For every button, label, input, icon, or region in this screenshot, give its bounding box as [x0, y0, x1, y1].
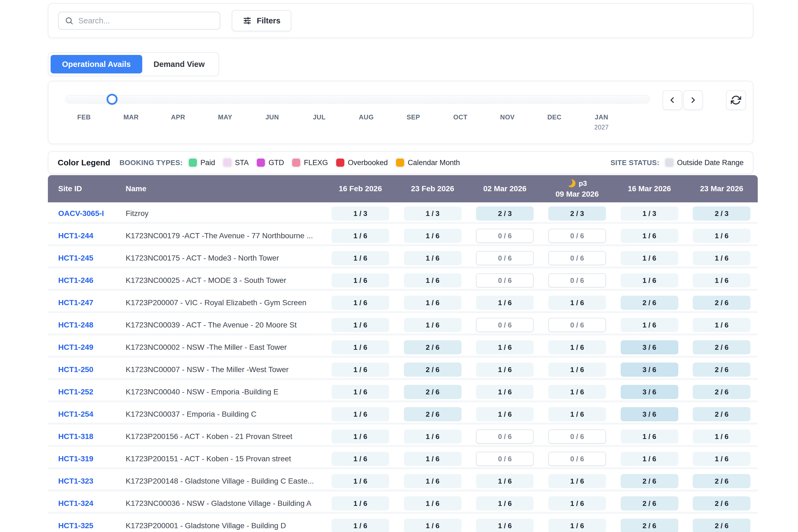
availability-pill[interactable]: 1 / 6 — [548, 474, 606, 488]
availability-pill[interactable]: 1 / 6 — [693, 318, 750, 332]
availability-pill[interactable]: 1 / 6 — [404, 273, 461, 287]
availability-pill[interactable]: 1 / 6 — [404, 452, 461, 466]
timeline-slider-handle[interactable] — [107, 94, 117, 105]
availability-pill[interactable]: 1 / 6 — [331, 363, 389, 377]
availability-pill[interactable]: 2 / 6 — [404, 385, 461, 399]
tab-demand-view[interactable]: Demand View — [142, 55, 216, 73]
availability-pill[interactable]: 0 / 6 — [548, 273, 606, 287]
availability-pill[interactable]: 1 / 6 — [404, 474, 461, 488]
availability-pill[interactable]: 1 / 6 — [404, 318, 461, 332]
availability-pill[interactable]: 1 / 6 — [404, 519, 461, 532]
availability-pill[interactable]: 1 / 6 — [404, 496, 461, 511]
availability-pill[interactable]: 2 / 6 — [693, 407, 750, 421]
availability-pill[interactable]: 1 / 6 — [331, 407, 389, 421]
availability-pill[interactable]: 1 / 6 — [548, 519, 606, 532]
availability-pill[interactable]: 1 / 6 — [331, 229, 389, 243]
availability-pill[interactable]: 1 / 6 — [331, 340, 389, 355]
availability-pill[interactable]: 0 / 6 — [476, 452, 534, 466]
availability-pill[interactable]: 2 / 6 — [404, 407, 461, 421]
availability-pill[interactable]: 2 / 6 — [693, 496, 750, 511]
availability-pill[interactable]: 0 / 6 — [476, 273, 534, 287]
availability-pill[interactable]: 1 / 6 — [693, 229, 750, 243]
availability-pill[interactable]: 1 / 6 — [331, 251, 389, 265]
availability-pill[interactable]: 2 / 6 — [621, 296, 678, 310]
site-id-link[interactable]: HCT1-323 — [58, 477, 93, 485]
availability-pill[interactable]: 2 / 3 — [693, 206, 750, 221]
search-input[interactable] — [78, 16, 214, 25]
availability-pill[interactable]: 1 / 6 — [331, 273, 389, 287]
availability-pill[interactable]: 1 / 6 — [548, 296, 606, 310]
availability-pill[interactable]: 1 / 6 — [476, 296, 534, 310]
timeline-prev-button[interactable] — [663, 90, 682, 110]
site-id-link[interactable]: HCT1-248 — [58, 321, 93, 329]
availability-pill[interactable]: 1 / 6 — [548, 496, 606, 511]
availability-pill[interactable]: 1 / 6 — [693, 452, 750, 466]
availability-pill[interactable]: 0 / 6 — [548, 430, 606, 443]
site-id-link[interactable]: HCT1-324 — [58, 499, 93, 508]
availability-pill[interactable]: 2 / 6 — [621, 519, 678, 532]
availability-pill[interactable]: 1 / 6 — [548, 385, 606, 399]
availability-pill[interactable]: 0 / 6 — [476, 251, 534, 265]
availability-pill[interactable]: 1 / 6 — [331, 318, 389, 332]
availability-pill[interactable]: 1 / 6 — [331, 496, 389, 511]
site-id-link[interactable]: HCT1-318 — [58, 432, 93, 441]
availability-pill[interactable]: 1 / 6 — [476, 363, 534, 377]
availability-pill[interactable]: 0 / 6 — [548, 452, 606, 466]
site-id-link[interactable]: HCT1-254 — [58, 410, 93, 418]
availability-pill[interactable]: 1 / 6 — [693, 273, 750, 287]
availability-pill[interactable]: 3 / 6 — [621, 385, 678, 399]
site-id-link[interactable]: HCT1-250 — [58, 365, 93, 374]
site-id-link[interactable]: HCT1-325 — [58, 521, 93, 530]
availability-pill[interactable]: 1 / 3 — [331, 206, 389, 221]
availability-pill[interactable]: 3 / 6 — [621, 340, 678, 355]
availability-pill[interactable]: 1 / 6 — [476, 474, 534, 488]
site-id-link[interactable]: HCT1-246 — [58, 276, 93, 285]
site-id-link[interactable]: HCT1-244 — [58, 231, 93, 240]
site-id-link[interactable]: HCT1-252 — [58, 387, 93, 396]
timeline-next-button[interactable] — [683, 90, 703, 110]
site-id-link[interactable]: HCT1-319 — [58, 455, 93, 463]
availability-pill[interactable]: 0 / 6 — [548, 251, 606, 265]
availability-pill[interactable]: 2 / 6 — [404, 363, 461, 377]
availability-pill[interactable]: 1 / 6 — [621, 318, 678, 332]
availability-pill[interactable]: 2 / 3 — [548, 206, 606, 221]
site-id-link[interactable]: OACV-3065-I — [58, 209, 104, 217]
site-id-link[interactable]: HCT1-249 — [58, 343, 93, 352]
availability-pill[interactable]: 1 / 6 — [331, 296, 389, 310]
availability-pill[interactable]: 2 / 6 — [693, 296, 750, 310]
availability-pill[interactable]: 1 / 6 — [404, 229, 461, 243]
availability-pill[interactable]: 2 / 6 — [693, 474, 750, 488]
availability-pill[interactable]: 1 / 6 — [621, 430, 678, 443]
availability-pill[interactable]: 2 / 6 — [693, 385, 750, 399]
availability-pill[interactable]: 0 / 6 — [548, 229, 606, 243]
availability-pill[interactable]: 1 / 6 — [548, 363, 606, 377]
availability-pill[interactable]: 0 / 6 — [476, 229, 534, 243]
availability-pill[interactable]: 1 / 6 — [693, 251, 750, 265]
availability-pill[interactable]: 1 / 3 — [621, 206, 678, 221]
availability-pill[interactable]: 1 / 6 — [331, 474, 389, 488]
availability-pill[interactable]: 0 / 6 — [548, 318, 606, 332]
availability-pill[interactable]: 1 / 6 — [621, 229, 678, 243]
availability-pill[interactable]: 1 / 6 — [404, 296, 461, 310]
availability-pill[interactable]: 2 / 6 — [693, 519, 750, 532]
availability-pill[interactable]: 1 / 6 — [331, 385, 389, 399]
availability-pill[interactable]: 2 / 6 — [621, 496, 678, 511]
refresh-button[interactable] — [726, 90, 746, 110]
timeline-track[interactable] — [65, 95, 650, 103]
availability-pill[interactable]: 1 / 6 — [621, 251, 678, 265]
availability-pill[interactable]: 1 / 6 — [693, 430, 750, 443]
availability-pill[interactable]: 1 / 6 — [331, 519, 389, 532]
availability-pill[interactable]: 1 / 6 — [476, 496, 534, 511]
availability-pill[interactable]: 1 / 6 — [404, 251, 461, 265]
availability-pill[interactable]: 1 / 6 — [621, 273, 678, 287]
filters-button[interactable]: Filters — [232, 10, 291, 31]
availability-pill[interactable]: 1 / 6 — [476, 340, 534, 355]
availability-pill[interactable]: 3 / 6 — [621, 407, 678, 421]
availability-pill[interactable]: 0 / 6 — [476, 318, 534, 332]
availability-pill[interactable]: 1 / 6 — [476, 407, 534, 421]
availability-pill[interactable]: 0 / 6 — [476, 430, 534, 443]
availability-pill[interactable]: 1 / 3 — [404, 206, 461, 221]
availability-pill[interactable]: 1 / 6 — [548, 340, 606, 355]
availability-pill[interactable]: 2 / 3 — [476, 206, 534, 221]
availability-pill[interactable]: 2 / 6 — [621, 474, 678, 488]
